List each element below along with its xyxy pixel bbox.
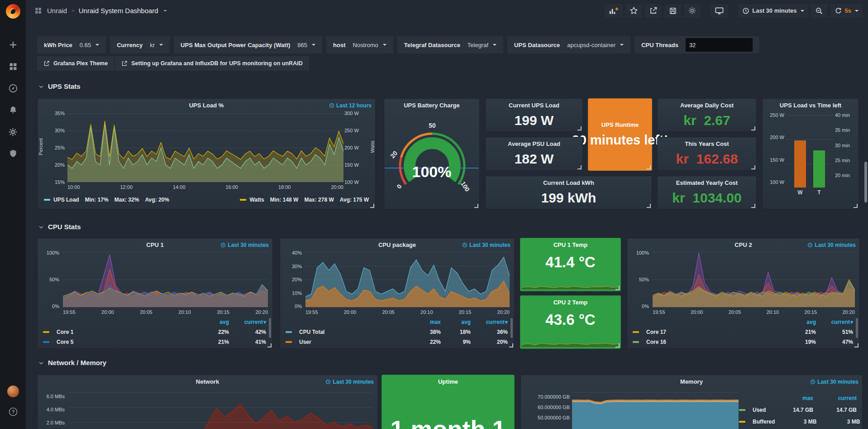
grafana-logo-icon[interactable] [6,4,20,19]
chevron-down-icon [38,83,44,90]
legend-item[interactable]: Watts Min: 148 W Max: 278 W Avg: 175 W [240,197,369,203]
panel-time-override[interactable]: Last 30 minutes [325,379,374,385]
cpu1-chart [63,252,268,307]
page-scrollbar[interactable] [864,162,867,202]
clock-icon [325,379,331,385]
title-caret-icon[interactable] [163,10,167,12]
legend-row[interactable]: Core 122%42% [43,327,266,337]
section-cpu-stats[interactable]: CPU Stats [38,223,81,231]
stat-average-psu-load[interactable]: Average PSU Load 182 W [485,137,583,170]
panel-time-override[interactable]: Last 12 hours [329,102,372,109]
panel-time-override[interactable]: Last 30 minutes [807,242,856,248]
legend-row[interactable]: Buffered3 MB3 MB [739,416,857,428]
ups-load-chart [67,113,343,182]
legend-row[interactable]: Core 521%41% [43,337,266,347]
variable-telegraf-datasource[interactable]: Telegraf Datasource Telegraf [397,36,503,53]
template-variables-row: kWh Price 0.65 Currency kr UPS Max Outpu… [37,36,759,53]
refresh-button[interactable]: 5s [830,4,863,18]
stat-current-ups-load[interactable]: Current UPS Load 199 W [485,98,583,132]
help-icon[interactable]: ? [5,404,21,420]
clock-icon [329,103,334,108]
panel-title[interactable]: UPS Load % [38,102,375,109]
legend-swatch [43,331,49,333]
variable-ups-datasource[interactable]: UPS Datasource apcupsd-container [507,36,630,53]
legend-scrollbar[interactable] [269,318,271,338]
settings-gear-icon[interactable] [684,4,701,18]
refresh-caret-icon[interactable] [855,10,858,12]
share-button[interactable] [645,4,662,18]
star-button[interactable] [625,4,642,18]
alerting-bell-icon[interactable] [5,102,21,118]
clock-icon [807,242,813,248]
cpu-threads-input[interactable] [686,38,753,52]
stat-ups-runtime[interactable]: UPS Runtime 30 minutes left! [588,98,652,171]
dashboard-title[interactable]: Unraid System Dashboard [79,7,158,14]
breadcrumb-root[interactable]: Unraid [47,7,67,14]
panel-cpu2-temp[interactable]: CPU 2 Temp 43.6 °C [520,295,621,349]
legend-row[interactable]: CPU Total38%18%36% [286,327,508,337]
add-panel-button[interactable] [605,4,623,18]
variable-currency[interactable]: Currency kr [110,36,170,53]
legend-swatch [43,341,49,343]
zoom-out-button[interactable] [811,4,828,18]
variable-cpu-threads: CPU Threads [634,36,759,53]
section-network-memory[interactable]: Network / Memory [38,359,106,366]
chevron-down-icon [493,44,496,46]
panel-cpu-2: CPU 2 Last 30 minutes 100%50%0% 19:5520:… [627,238,860,349]
section-ups-stats[interactable]: UPS Stats [38,82,81,90]
legend-row[interactable]: User22%9%20% [286,337,508,347]
panel-time-override[interactable]: Last 30 minutes [810,379,858,385]
external-link-icon [121,60,128,67]
legend-item[interactable]: UPS Load Min: 17% Max: 32% Avg: 20% [44,197,169,203]
y-axis-ticks-right: 40 min35 min30 min25 min20 min [835,112,856,178]
variable-ups-max-output[interactable]: UPS Max Output Power Capacity (Watt) 865 [174,36,322,53]
link-grafana-plex-theme[interactable]: Grafana Plex Theme [37,56,114,71]
panel-cpu1-temp[interactable]: CPU 1 Temp 41.4 °C [520,238,621,291]
panel-time-override[interactable]: Last 30 minutes [462,242,510,248]
user-avatar[interactable] [7,386,19,397]
y-axis-ticks-right: 300 W250 W200 W150 W100 W [344,111,364,185]
panel-title[interactable]: UPS Battery Charge [384,102,479,109]
legend-row[interactable]: Core 1721%51% [633,327,853,337]
create-plus-icon[interactable] [5,37,21,53]
legend-scrollbar[interactable] [856,318,858,338]
refresh-interval-label[interactable]: 5s [845,7,851,14]
time-range-picker[interactable]: Last 30 minutes [738,4,808,18]
x-axis-ticks: 19:5520:0020:0520:1020:1520:20 [305,309,510,315]
ups-stats-grid: Current UPS Load 199 W UPS Runtime 30 mi… [485,98,757,209]
legend-table: avgcurrent Core 122%42% Core 521%41% [43,317,266,347]
explore-compass-icon[interactable] [5,80,21,96]
panel-title[interactable]: UPS Load vs Time left [763,102,858,109]
admin-shield-icon[interactable] [5,145,21,162]
legend-swatch [286,331,292,333]
cycle-view-monitor-button[interactable] [711,4,728,18]
variable-host[interactable]: host Nostromo [326,36,393,53]
ups-bars-chart: WT [788,115,831,196]
stat-average-daily-cost[interactable]: Average Daily Cost kr 2.67 [657,98,757,132]
dashboards-icon[interactable] [5,58,21,75]
clock-icon [220,242,226,248]
link-ups-monitoring-guide[interactable]: Setting up Grafana and InfluxDB for UPS … [115,56,309,71]
legend-table: maxavgcurrent CPU Total38%18%36% User22%… [286,317,508,347]
gauge-value: 100% [384,163,479,181]
bar-W: W [794,115,806,196]
stat-current-load-kwh[interactable]: Current Load kWh 199 kWh [485,176,652,209]
legend-row[interactable]: Core 1619%47% [633,337,853,347]
x-axis-ticks: 10:0012:0014:0016:0018:0020:00 [67,184,343,190]
legend-row[interactable]: Used14.7 GB14.7 GB [739,404,857,416]
variable-kwh-price[interactable]: kWh Price 0.65 [37,36,106,53]
stat-estimated-yearly-cost[interactable]: Estimated Yearly Cost kr 1034.00 [657,176,757,209]
legend-scrollbar[interactable] [510,318,513,338]
panel-uptime[interactable]: Uptime 1 month 1 [382,375,515,429]
topbar: Unraid > Unraid System Dashboard Last 30… [26,0,868,21]
stat-this-years-cost[interactable]: This Years Cost kr 162.68 [657,137,757,170]
save-button[interactable] [664,4,681,18]
configuration-gear-icon[interactable] [5,124,21,140]
panel-time-override[interactable]: Last 30 minutes [220,242,269,248]
time-range-label: Last 30 minutes [752,7,796,14]
cpu-package-chart [305,252,510,307]
clock-icon [462,242,467,248]
y-axis-label-right: Watts [370,140,375,153]
external-link-icon [43,60,50,67]
legend-swatch [739,421,745,423]
